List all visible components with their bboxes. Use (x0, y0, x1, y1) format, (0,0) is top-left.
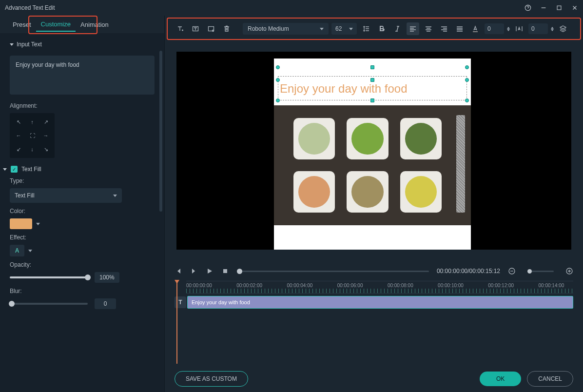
window-title: Advanced Text Edit (5, 4, 525, 11)
text-fill-checkbox[interactable]: ✓ (11, 166, 18, 173)
timeline-ruler[interactable]: 00:00:00:00 00:00:02:00 00:00:04:00 00:0… (186, 281, 573, 294)
resize-handle[interactable] (370, 78, 374, 82)
resize-handle[interactable] (276, 78, 280, 82)
color-swatch[interactable] (10, 218, 32, 229)
align-tl[interactable]: ↖ (13, 116, 24, 128)
grater-prop (456, 115, 465, 213)
stop-icon[interactable] (221, 267, 229, 275)
minimize-icon[interactable] (540, 4, 547, 11)
tick-label: 00:00:00:00 (186, 283, 212, 288)
bold-icon[interactable] (375, 22, 388, 35)
align-ml[interactable]: ← (13, 130, 24, 141)
input-text-field[interactable]: Enjoy your day with food (10, 56, 155, 95)
close-icon[interactable] (571, 4, 578, 11)
cancel-button[interactable]: CANCEL (527, 371, 573, 387)
chevron-down-icon[interactable] (36, 223, 40, 225)
tab-animation[interactable]: Animation (76, 18, 114, 31)
font-value: Roboto Medium (248, 25, 289, 32)
line-height-stepper[interactable] (507, 27, 510, 31)
align-center-icon[interactable] (422, 22, 435, 35)
zoom-in-icon[interactable] (565, 267, 573, 275)
text-clip[interactable]: Enjoy your day with food (187, 296, 573, 309)
tick-label: 00:00:10:00 (438, 283, 464, 288)
chevron-down-icon[interactable] (28, 250, 32, 252)
blur-slider[interactable] (10, 303, 88, 305)
layers-icon[interactable] (557, 22, 569, 35)
text-color-icon[interactable] (469, 22, 482, 35)
playhead[interactable] (176, 281, 177, 364)
text-fill-header: Text Fill (21, 166, 41, 173)
video-frame (274, 105, 471, 225)
type-label: Type: (10, 177, 155, 184)
align-tc[interactable]: ↑ (26, 116, 38, 128)
resize-handle[interactable] (370, 98, 374, 102)
italic-icon[interactable] (391, 22, 404, 35)
blur-label: Blur: (10, 288, 155, 294)
tab-preset[interactable]: Preset (8, 18, 36, 31)
maximize-icon[interactable] (556, 4, 563, 11)
bottom-bar (274, 225, 471, 250)
color-label: Color: (10, 208, 155, 215)
save-as-custom-button[interactable]: SAVE AS CUSTOM (175, 371, 248, 387)
align-justify-icon[interactable] (453, 22, 466, 35)
section-input-text[interactable]: Input Text (10, 37, 155, 52)
preview-canvas[interactable]: Enjoy your day with food (176, 52, 571, 250)
next-frame-icon[interactable] (190, 267, 198, 275)
opacity-label: Opacity: (10, 261, 155, 268)
chevron-down-icon (320, 28, 324, 30)
line-height-input[interactable]: 0 (485, 23, 504, 34)
align-bc[interactable]: ↓ (26, 143, 38, 155)
add-text-icon[interactable] (174, 22, 186, 35)
text-frame-icon[interactable] (205, 22, 217, 35)
input-text-header: Input Text (17, 41, 42, 48)
alignment-grid[interactable]: ↖ ↑ ↗ ← ⛶ → ↙ ↓ ↘ (10, 113, 55, 158)
chevron-down-icon (113, 195, 117, 197)
resize-handle[interactable] (276, 98, 280, 102)
resize-handle[interactable] (465, 78, 469, 82)
ok-button[interactable]: OK (480, 372, 521, 386)
type-select[interactable]: Text Fill (10, 188, 122, 203)
caret-down-icon (3, 168, 7, 171)
seek-bar[interactable] (237, 271, 429, 272)
resize-handle[interactable] (370, 65, 374, 69)
tick-label: 00:00:08:00 (388, 283, 413, 288)
align-br[interactable]: ↘ (40, 143, 52, 155)
zoom-out-icon[interactable] (508, 267, 516, 275)
resize-handle[interactable] (276, 65, 280, 69)
align-mr[interactable]: → (40, 130, 52, 141)
prev-frame-icon[interactable] (175, 267, 182, 275)
opacity-value[interactable]: 100% (95, 272, 119, 283)
text-box-icon[interactable] (189, 22, 202, 35)
font-select[interactable]: Roboto Medium (243, 23, 329, 35)
opacity-slider[interactable] (10, 276, 88, 278)
line-spacing-icon[interactable] (360, 22, 372, 35)
resize-handle[interactable] (465, 65, 469, 69)
overlay-text[interactable]: Enjoy your day with food (280, 82, 465, 96)
letter-spacing-stepper[interactable] (551, 27, 554, 31)
play-icon[interactable] (206, 267, 214, 275)
svg-rect-2 (557, 6, 561, 10)
align-tr[interactable]: ↗ (40, 116, 52, 128)
effect-preview[interactable]: A (10, 245, 24, 256)
letter-spacing-input[interactable]: 0 (528, 23, 548, 34)
tab-customize[interactable]: Customize (36, 18, 76, 32)
resize-handle[interactable] (465, 98, 469, 102)
sidebar-scrollbar[interactable] (159, 51, 162, 212)
align-mc[interactable]: ⛶ (26, 130, 38, 141)
delete-icon[interactable] (220, 22, 233, 35)
tick-label: 00:00:14:00 (539, 283, 564, 288)
time-display: 00:00:00:00/00:00:15:12 (437, 268, 500, 274)
zoom-slider[interactable] (527, 271, 554, 272)
chevron-down-icon (349, 28, 353, 30)
letter-spacing-icon[interactable] (513, 22, 525, 35)
font-size-value: 62 (335, 25, 342, 32)
align-right-icon[interactable] (438, 22, 450, 35)
font-size-select[interactable]: 62 (331, 23, 357, 35)
tick-label: 00:00:12:00 (488, 283, 514, 288)
type-value: Text Fill (15, 192, 35, 199)
tick-label: 00:00:02:00 (236, 283, 262, 288)
align-left-icon[interactable] (407, 22, 419, 35)
help-icon[interactable] (525, 4, 531, 11)
align-bl[interactable]: ↙ (13, 143, 24, 155)
blur-value[interactable]: 0 (95, 298, 116, 309)
